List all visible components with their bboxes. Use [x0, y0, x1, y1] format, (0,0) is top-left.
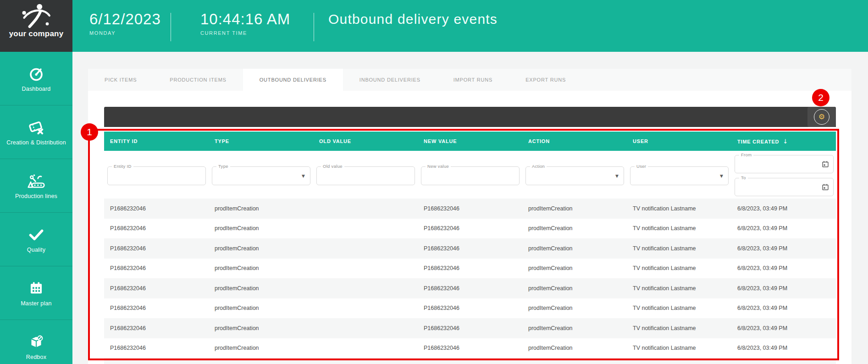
sidebar-item-label: Quality [27, 247, 45, 253]
filter-entity-id-input[interactable] [108, 167, 205, 185]
filter-label: Old value [321, 164, 344, 169]
table-cell: P1686232046 [104, 345, 209, 351]
table-cell: prodItemCreation [522, 225, 627, 232]
chevron-down-icon[interactable]: ▼ [302, 174, 305, 178]
filter-action[interactable]: Action ▼ [525, 166, 624, 185]
sidebar: Dashboard Creation & Distribution [0, 52, 72, 364]
table-cell: TV notification Lastname [627, 325, 731, 331]
tab-production-items[interactable]: PRODUCTION ITEMS [153, 69, 243, 91]
tab-export-runs[interactable]: EXPORT RUNS [509, 69, 582, 91]
calendar-icon[interactable] [822, 183, 829, 191]
header-date: 6/12/2023 [89, 11, 161, 28]
header-time-label: CURRENT TIME [200, 30, 290, 36]
table-row[interactable]: P1686232046 prodItemCreation P1686232046… [104, 358, 836, 364]
tab-import-runs[interactable]: IMPORT RUNS [437, 69, 509, 91]
table-cell: TV notification Lastname [627, 245, 731, 252]
column-header-type[interactable]: TYPE [209, 138, 313, 144]
filter-user[interactable]: User ▼ [630, 166, 729, 185]
logo-text: your company [9, 29, 64, 39]
table-cell: prodItemCreation [522, 305, 627, 311]
table-cell: prodItemCreation [522, 205, 627, 212]
table-cell: prodItemCreation [209, 205, 313, 212]
sidebar-item-label: Production lines [15, 193, 57, 199]
filter-label: To [739, 175, 748, 180]
filter-action-input[interactable] [526, 167, 624, 185]
table-cell: 6/8/2023, 03:49 PM [731, 285, 836, 292]
chevron-down-icon[interactable]: ▼ [615, 174, 619, 178]
table-cell: 6/8/2023, 03:49 PM [731, 205, 836, 212]
sidebar-item-redbox[interactable]: Redbox [0, 320, 72, 364]
filter-from-input[interactable] [735, 155, 833, 173]
table-row[interactable]: P1686232046 prodItemCreation P1686232046… [104, 219, 836, 239]
sidebar-item-creation-distribution[interactable]: Creation & Distribution [0, 105, 72, 159]
header-divider [171, 13, 171, 41]
table-header-row: ENTITY ID TYPE OLD VALUE NEW VALUE ACTIO… [104, 132, 836, 151]
header-time: 10:44:16 AM [200, 11, 290, 28]
filter-entity-id[interactable]: Entity ID [107, 166, 206, 185]
table-cell: TV notification Lastname [627, 345, 731, 351]
filter-date-from[interactable]: From [735, 155, 834, 173]
filter-label: New value [426, 164, 451, 169]
settings-button[interactable]: ⚙ [807, 107, 836, 127]
app-window: 6/12/2023 MONDAY 10:44:16 AM CURRENT TIM… [0, 0, 868, 364]
table-cell: prodItemCreation [522, 325, 627, 331]
filter-label: User [635, 164, 648, 169]
sidebar-item-master-plan[interactable]: Master plan [0, 266, 72, 320]
table-cell: 6/8/2023, 03:49 PM [731, 265, 836, 271]
tab-outbound-deliveries[interactable]: OUTBOUND DELIVERIES [243, 69, 343, 91]
calendar-icon[interactable] [822, 160, 829, 168]
header-date-group: 6/12/2023 MONDAY [89, 11, 161, 36]
table-cell: 6/8/2023, 03:49 PM [731, 225, 836, 232]
filter-type-input[interactable] [212, 167, 310, 185]
filter-new-value[interactable]: New value [421, 166, 520, 185]
sort-desc-arrow-icon[interactable]: ↓ [783, 138, 788, 145]
table-cell: prodItemCreation [209, 325, 313, 331]
table-cell: P1686232046 [418, 325, 522, 331]
filter-type[interactable]: Type ▼ [212, 166, 310, 185]
filter-old-value-input[interactable] [317, 167, 415, 185]
column-header-time-created[interactable]: TIME CREATED↓ [731, 138, 836, 145]
chevron-down-icon[interactable]: ▼ [720, 174, 723, 178]
table-cell: P1686232046 [418, 345, 522, 351]
sidebar-item-production-lines[interactable]: Production lines [0, 159, 72, 213]
ticket-cancel-icon [28, 118, 45, 137]
sidebar-item-dashboard[interactable]: Dashboard [0, 52, 72, 105]
sidebar-item-label: Dashboard [22, 86, 51, 92]
tab-pick-items[interactable]: PICK ITEMS [88, 69, 153, 91]
sidebar-item-quality[interactable]: Quality [0, 213, 72, 266]
table-cell: 6/8/2023, 03:49 PM [731, 245, 836, 252]
logo-block[interactable]: your company [0, 0, 72, 52]
column-header-user[interactable]: USER [627, 138, 731, 144]
table-row[interactable]: P1686232046 prodItemCreation P1686232046… [104, 259, 836, 279]
table-row[interactable]: P1686232046 prodItemCreation P1686232046… [104, 238, 836, 259]
column-header-old-value[interactable]: OLD VALUE [313, 138, 418, 144]
filter-to-input[interactable] [735, 178, 833, 196]
table-cell: P1686232046 [418, 265, 522, 271]
filter-label: Type [216, 164, 230, 169]
table-cell: P1686232046 [418, 285, 522, 292]
column-header-new-value[interactable]: NEW VALUE [418, 138, 522, 144]
table-cell: P1686232046 [418, 305, 522, 311]
table-cell: TV notification Lastname [627, 265, 731, 271]
filter-date-to[interactable]: To [735, 178, 834, 196]
table-row[interactable]: P1686232046 prodItemCreation P1686232046… [104, 199, 836, 219]
table-cell: prodItemCreation [209, 265, 313, 271]
table-cell: prodItemCreation [522, 245, 627, 252]
tab-bar: PICK ITEMS PRODUCTION ITEMS OUTBOUND DEL… [88, 69, 851, 91]
filter-new-value-input[interactable] [421, 167, 519, 185]
table-cell: P1686232046 [104, 265, 209, 271]
sidebar-item-label: Master plan [21, 300, 52, 307]
table-row[interactable]: P1686232046 prodItemCreation P1686232046… [104, 298, 836, 319]
filter-user-input[interactable] [630, 167, 728, 185]
table-cell: P1686232046 [104, 325, 209, 331]
table-cell: prodItemCreation [209, 305, 313, 311]
table-row[interactable]: P1686232046 prodItemCreation P1686232046… [104, 278, 836, 298]
column-header-entity-id[interactable]: ENTITY ID [104, 138, 209, 144]
tab-inbound-deliveries[interactable]: INBOUND DELIVERIES [343, 69, 437, 91]
filter-row: Entity ID Type ▼ Old value New value Act… [104, 151, 836, 199]
filter-old-value[interactable]: Old value [316, 166, 415, 185]
column-header-action[interactable]: ACTION [522, 138, 627, 144]
table-row[interactable]: P1686232046 prodItemCreation P1686232046… [104, 318, 836, 338]
sidebar-item-label: Redbox [26, 354, 46, 360]
table-row[interactable]: P1686232046 prodItemCreation P1686232046… [104, 338, 836, 358]
